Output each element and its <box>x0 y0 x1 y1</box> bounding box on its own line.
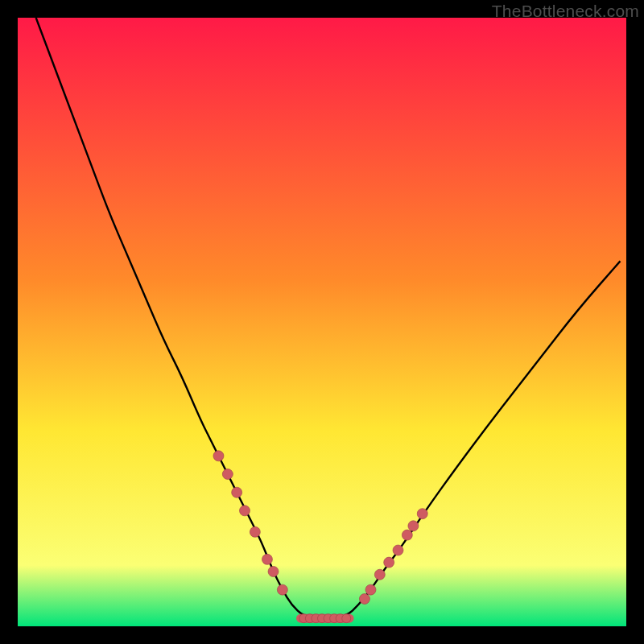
data-marker <box>402 530 412 540</box>
data-marker <box>359 593 369 604</box>
data-marker <box>213 451 224 461</box>
data-marker <box>408 521 419 531</box>
data-marker <box>365 584 376 595</box>
chart-frame <box>18 18 626 626</box>
data-marker <box>262 554 272 564</box>
data-marker <box>232 487 242 497</box>
data-marker <box>268 566 279 576</box>
gradient-bg <box>18 18 626 626</box>
data-marker <box>342 614 351 623</box>
data-marker <box>384 557 394 568</box>
data-marker <box>393 545 403 555</box>
data-marker <box>250 526 260 537</box>
data-marker <box>277 584 287 595</box>
data-marker <box>417 509 427 519</box>
bottleneck-chart <box>18 18 626 626</box>
data-marker <box>222 469 233 480</box>
watermark-text: TheBottleneck.com <box>492 2 639 21</box>
data-marker <box>374 569 385 580</box>
data-marker <box>239 506 250 516</box>
